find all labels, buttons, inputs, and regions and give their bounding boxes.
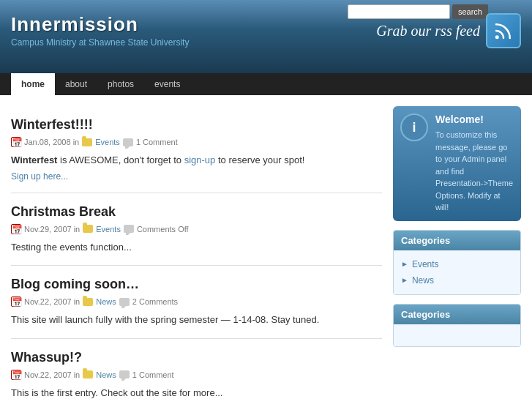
post-meta: 📅Nov.29, 2007 inEventsComments Off bbox=[11, 224, 382, 234]
calendar-icon: 📅 bbox=[11, 297, 21, 307]
calendar-icon: 📅 bbox=[11, 370, 21, 380]
welcome-icon: i bbox=[400, 113, 428, 141]
post-comments: Comments Off bbox=[137, 225, 189, 234]
nav: home about photos events bbox=[0, 73, 532, 95]
post: Winterfest!!!!📅Jan.08, 2008 inEvents1 Co… bbox=[11, 106, 382, 193]
post-category[interactable]: Events bbox=[95, 138, 120, 146]
categories-title-2: Categories bbox=[394, 305, 520, 324]
rss-svg-icon bbox=[492, 20, 514, 42]
comment-icon bbox=[119, 298, 130, 306]
category-link[interactable]: News bbox=[412, 275, 434, 286]
post: Whassup!?📅Nov.22, 2007 inNews1 CommentTh… bbox=[11, 339, 382, 400]
nav-item-events[interactable]: events bbox=[144, 73, 190, 95]
category-link[interactable]: Events bbox=[412, 259, 439, 269]
category-item: ►Events bbox=[401, 256, 513, 272]
content: Winterfest!!!!📅Jan.08, 2008 inEvents1 Co… bbox=[11, 106, 382, 399]
calendar-icon: 📅 bbox=[11, 137, 21, 147]
category-item: ►News bbox=[401, 272, 513, 288]
post-date: Nov.29, 2007 in bbox=[24, 225, 80, 234]
comment-icon bbox=[123, 138, 133, 146]
comment-icon bbox=[124, 225, 134, 233]
rss-area[interactable]: Grab our rss feed bbox=[376, 13, 521, 48]
arrow-icon: ► bbox=[401, 276, 408, 284]
post-category[interactable]: News bbox=[96, 370, 116, 379]
folder-icon bbox=[83, 370, 93, 379]
svg-point-0 bbox=[495, 35, 499, 39]
post-date: Nov.22, 2007 in bbox=[24, 297, 80, 306]
nav-item-about[interactable]: about bbox=[55, 73, 97, 95]
post-meta: 📅Nov.22, 2007 inNews2 Comments bbox=[11, 297, 382, 307]
post-comments: 2 Comments bbox=[132, 297, 178, 306]
arrow-icon: ► bbox=[401, 260, 408, 268]
post-title: Christmas Break bbox=[11, 204, 382, 220]
post-category[interactable]: Events bbox=[96, 225, 121, 234]
categories-content-2 bbox=[394, 324, 520, 346]
post-comments: 1 Comment bbox=[132, 370, 174, 379]
welcome-title: Welcome! bbox=[435, 113, 514, 125]
calendar-icon: 📅 bbox=[11, 224, 21, 234]
folder-icon bbox=[83, 225, 93, 233]
post: Blog coming soon…📅Nov.22, 2007 inNews2 C… bbox=[11, 266, 382, 339]
folder-icon bbox=[83, 298, 93, 306]
post-category[interactable]: News bbox=[96, 297, 116, 306]
categories-content: ►Events►News bbox=[394, 250, 520, 294]
post-meta: 📅Jan.08, 2008 inEvents1 Comment bbox=[11, 137, 382, 147]
nav-item-photos[interactable]: photos bbox=[97, 73, 144, 95]
post-title: Winterfest!!!! bbox=[11, 117, 382, 133]
post-date: Nov.22, 2007 in bbox=[24, 370, 80, 379]
categories-widget: Categories ►Events►News bbox=[393, 230, 521, 295]
post-title: Blog coming soon… bbox=[11, 277, 382, 292]
welcome-widget: i Welcome! To customize this message, pl… bbox=[393, 106, 521, 221]
post-title: Whassup!? bbox=[11, 350, 382, 365]
rss-text: Grab our rss feed bbox=[376, 23, 480, 40]
post-comments: 1 Comment bbox=[136, 138, 178, 146]
read-more-link[interactable]: Sign up here... bbox=[11, 171, 68, 182]
nav-item-home[interactable]: home bbox=[11, 73, 55, 95]
post: Christmas Break📅Nov.29, 2007 inEventsCom… bbox=[11, 193, 382, 266]
categories-title: Categories bbox=[394, 231, 520, 250]
post-excerpt: This site will launch fully with the spr… bbox=[11, 313, 382, 327]
welcome-body: To customize this message, please go to … bbox=[435, 129, 514, 214]
categories-widget-2: Categories bbox=[393, 304, 521, 347]
folder-icon bbox=[82, 138, 92, 146]
rss-icon[interactable] bbox=[486, 13, 521, 48]
main: Winterfest!!!!📅Jan.08, 2008 inEvents1 Co… bbox=[0, 95, 532, 399]
post-excerpt: Winterfest is AWESOME, don't forget to s… bbox=[11, 153, 382, 168]
comment-icon bbox=[119, 370, 130, 379]
post-excerpt: This is the first entry. Check out the s… bbox=[11, 386, 382, 400]
post-excerpt: Testing the events function... bbox=[11, 240, 382, 255]
welcome-text: Welcome! To customize this message, plea… bbox=[435, 113, 514, 214]
post-meta: 📅Nov.22, 2007 inNews1 Comment bbox=[11, 370, 382, 380]
sidebar: i Welcome! To customize this message, pl… bbox=[393, 106, 521, 399]
post-date: Jan.08, 2008 in bbox=[24, 138, 79, 146]
header: search Innermission Campus Ministry at S… bbox=[0, 0, 532, 73]
